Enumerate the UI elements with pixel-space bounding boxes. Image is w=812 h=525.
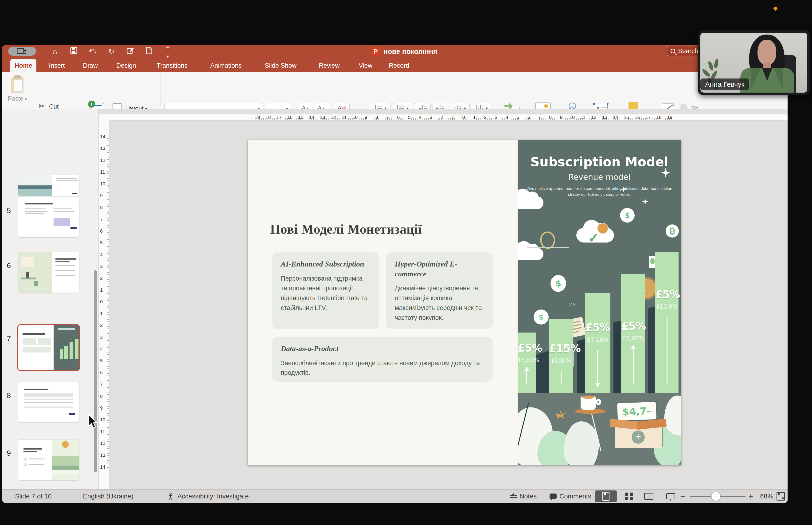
tab-record[interactable]: Record <box>385 59 414 72</box>
slide-thumbnail-6[interactable] <box>18 252 79 292</box>
bar-label: £5% <box>655 288 678 300</box>
ruler-number: 1 <box>100 287 103 292</box>
slide-number-status[interactable]: Slide 7 of 10 <box>15 490 52 503</box>
save-icon[interactable] <box>69 47 78 57</box>
ruler-number: 0 <box>462 115 465 120</box>
ruler-number: 17 <box>645 115 650 120</box>
ruler-number: 4 <box>100 346 103 351</box>
vertical-ruler: 141312111098765432101234567891011121314 <box>99 121 109 489</box>
cup-handle <box>596 399 601 405</box>
edit-shape-icon[interactable] <box>125 47 135 57</box>
comments-button[interactable]: Comments <box>550 490 591 503</box>
card-body: Динамічне ціноутворення та оптимізація к… <box>395 283 484 322</box>
customize-toolbar-icon[interactable]: ═▾ <box>163 45 172 61</box>
slide-thumbnail-8[interactable] <box>18 382 79 422</box>
paste-icon <box>11 77 24 93</box>
comments-icon <box>550 494 556 499</box>
ruler-number: 3 <box>100 264 103 269</box>
tab-slide-show[interactable]: Slide Show <box>261 59 301 72</box>
content-card-1[interactable]: AI-Enhanced SubscriptionПерсоналізована … <box>272 252 379 329</box>
ruler-number: 5 <box>408 115 411 120</box>
fit-slide-button[interactable] <box>777 490 785 503</box>
powerpoint-window: ⌂ ↶▾ ↻ ═▾ P нове покоління S <box>2 45 787 503</box>
document-title-text: нове покоління <box>383 47 437 56</box>
undo-icon[interactable]: ↶▾ <box>88 46 97 57</box>
line-decor <box>527 247 569 248</box>
accessibility-status[interactable]: Accessibility: Investigate <box>167 490 249 503</box>
price-tag: $4,7– <box>617 402 657 421</box>
paste-button[interactable]: Paste <box>8 77 27 102</box>
ruler-number: 10 <box>352 115 357 120</box>
slideshow-button[interactable] <box>660 491 681 502</box>
redo-icon[interactable]: ↻ <box>107 47 116 56</box>
slide-editing-area[interactable]: Нові Моделі Монетизації AI-Enhanced Subs… <box>248 140 681 465</box>
card-heading: AI-Enhanced Subscription <box>281 259 370 269</box>
bar-label: £15% <box>549 342 573 355</box>
zoom-in-button[interactable]: + <box>748 490 753 503</box>
ruler-number: 15 <box>298 115 303 120</box>
bar-sublabel: £5,00% <box>621 335 645 342</box>
zoom-percentage[interactable]: 68% <box>760 490 773 503</box>
webcam-overlay[interactable]: Анна Гевчук <box>698 30 810 95</box>
language-status[interactable]: English (Ukraine) <box>83 490 134 503</box>
ruler-number: 18 <box>265 115 271 120</box>
zoom-slider-knob[interactable] <box>711 492 721 501</box>
thumbnail-preview <box>18 197 79 237</box>
dollar-icon: $ <box>551 275 566 292</box>
tab-design[interactable]: Design <box>112 59 140 72</box>
search-placeholder: Search <box>678 47 698 55</box>
home-icon[interactable]: ⌂ <box>50 47 60 56</box>
tab-home[interactable]: Home <box>10 59 36 72</box>
notes-button[interactable]: Notes <box>510 490 537 503</box>
reading-view-button[interactable] <box>638 491 659 502</box>
infographic-caption: Wiis multive app and murs for ee commomo… <box>526 186 673 197</box>
slide-thumbnail-partial[interactable] <box>18 175 79 196</box>
slide-thumbnail-9[interactable] <box>18 440 79 480</box>
card-body: Персоналізована підтримка та проактивні … <box>281 274 370 313</box>
coin-bubble-icon: $ <box>534 310 549 325</box>
normal-view-button[interactable] <box>595 491 617 502</box>
document-title: P нове покоління <box>371 47 437 56</box>
tab-animations[interactable]: Animations <box>206 59 246 72</box>
slide-thumbnail-panel: 5678910 <box>2 109 99 489</box>
tab-insert[interactable]: Insert <box>45 59 69 72</box>
ruler-number: 8 <box>100 205 103 210</box>
slide-sorter-button[interactable] <box>618 491 640 502</box>
content-card-3[interactable]: Data-as-a-ProductЗнеособлені інсаити про… <box>272 337 493 381</box>
infographic-panel[interactable]: Subscription Model Revenue model Wiis mu… <box>518 140 681 465</box>
tab-transitions[interactable]: Transitions <box>153 59 192 72</box>
slide-thumbnail-7[interactable] <box>18 325 79 370</box>
notes-icon <box>510 494 517 499</box>
tab-review[interactable]: Review <box>315 59 344 72</box>
ruler-number: 1 <box>100 311 103 316</box>
tab-draw[interactable]: Draw <box>79 59 102 72</box>
ruler-number: 2 <box>441 115 443 120</box>
zoom-out-button[interactable]: − <box>680 490 685 503</box>
slide-thumbnail-5[interactable] <box>18 197 79 237</box>
ruler-number: 3 <box>430 115 432 120</box>
bar-arrow-line <box>561 371 562 385</box>
slide-title[interactable]: Нові Моделі Монетизації <box>270 222 422 237</box>
ruler-number: 5 <box>100 240 103 245</box>
fit-icon <box>777 492 785 500</box>
birds-decor: ᵛ ᵛ <box>569 301 575 309</box>
presenter-mode-button[interactable] <box>8 47 36 56</box>
thumbnail-number-7: 7 <box>7 335 17 343</box>
new-document-icon[interactable] <box>144 47 154 57</box>
ruler-number: 19 <box>667 115 672 120</box>
ribbon: Paste ✂ Cut Copy Format + New Slide Layo… <box>2 72 787 109</box>
bar-sublabel: £100% <box>549 357 573 364</box>
tab-view[interactable]: View <box>354 59 377 72</box>
bush-light <box>564 421 599 465</box>
quick-access-toolbar: ⌂ ↶▾ ↻ ═▾ <box>50 47 172 56</box>
ring-icon <box>540 231 555 249</box>
cut-icon[interactable]: ✂ <box>39 102 45 110</box>
ruler-number: 13 <box>602 115 607 120</box>
chart-bar-1: £5%15,00% <box>518 332 536 393</box>
person-top <box>762 68 772 81</box>
thumbnail-scrollbar[interactable] <box>94 270 97 472</box>
content-card-2[interactable]: Hyper-Optimized E-commerceДинамічне ціно… <box>386 252 493 329</box>
ribbon-tabs: HomeInsertDrawDesignTransitionsAnimation… <box>2 59 787 72</box>
ruler-number: 15 <box>624 115 629 120</box>
ruler-number: 12 <box>591 115 596 120</box>
